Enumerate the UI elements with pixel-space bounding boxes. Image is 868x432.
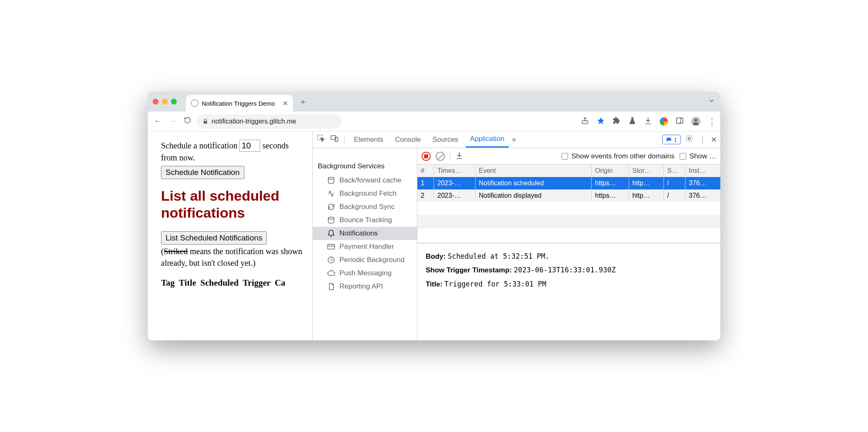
application-sidebar: Background Services Back/forward cache B… (313, 148, 417, 340)
event-details: Body: Scheduled at 5:32:51 PM. Show Trig… (417, 244, 720, 297)
labs-icon[interactable] (628, 116, 636, 126)
download-events-icon[interactable] (455, 151, 463, 161)
table-row[interactable]: 1 2023-… Notification scheduled https… h… (417, 177, 720, 189)
globe-icon (191, 100, 198, 107)
detail-title-value: Triggered for 5:33:01 PM (444, 280, 546, 288)
panel-toolbar: Show events from other domains Show … (417, 148, 720, 165)
detail-ts-value: 2023-06-13T16:33:01.930Z (514, 266, 616, 274)
devtools-menu-icon[interactable]: ⋮ (697, 135, 707, 145)
close-window-button[interactable] (153, 99, 158, 104)
tab-sources[interactable]: Sources (428, 132, 462, 147)
more-tabs-icon[interactable]: » (512, 135, 516, 144)
show-other-domains-checkbox[interactable]: Show events from other domains (561, 152, 675, 160)
issues-badge[interactable]: 1 (662, 135, 681, 144)
note-text: (Striked means the notification was show… (161, 245, 306, 269)
schedule-text: Schedule a notification seconds from now… (161, 140, 306, 163)
sidebar-item-bfcache[interactable]: Back/forward cache (313, 174, 417, 187)
svg-point-8 (328, 177, 334, 180)
detail-body-value: Scheduled at 5:32:51 PM. (448, 252, 550, 260)
tab-application[interactable]: Application (466, 131, 509, 148)
page-heading: List all scheduled notifications (161, 187, 306, 221)
record-button[interactable] (422, 152, 431, 161)
sidebar-item-reporting[interactable]: Reporting API (313, 280, 417, 293)
back-button[interactable]: ← (152, 117, 163, 126)
sidebar-item-periodic[interactable]: Periodic Background (313, 253, 417, 267)
sidebar-item-bgfetch[interactable]: Background Fetch (313, 187, 417, 200)
extensions-icon[interactable] (612, 116, 621, 126)
toolbar: ← → notification-triggers.glitch.me ⋮ (148, 112, 720, 131)
close-tab-button[interactable]: ✕ (283, 100, 288, 107)
detail-title-label: Title: (426, 280, 442, 288)
empty-rows (417, 202, 720, 243)
tab-console[interactable]: Console (391, 132, 425, 147)
tab-elements[interactable]: Elements (350, 132, 388, 147)
events-table: # Times… Event Origin Stor… S… Inst… 1 2… (417, 165, 720, 244)
clear-button[interactable] (436, 152, 445, 161)
browser-window: Notification Triggers Demo ✕ ＋ ← → notif… (148, 92, 720, 340)
tabs-chevron-icon[interactable] (708, 97, 715, 106)
table-header-row: # Times… Event Origin Stor… S… Inst… (417, 165, 720, 177)
svg-rect-1 (677, 118, 683, 123)
window-controls (153, 99, 177, 104)
svg-point-7 (688, 138, 690, 140)
devtools-tabbar: Elements Console Sources Application » 1… (313, 131, 720, 148)
sidebar-item-push[interactable]: Push Messaging (313, 267, 417, 280)
sidebar-item-payment[interactable]: Payment Handler (313, 240, 417, 253)
tab-bar: Notification Triggers Demo ✕ ＋ (148, 92, 720, 112)
list-notifications-button[interactable]: List Scheduled Notifications (161, 231, 267, 245)
inspect-icon[interactable] (316, 134, 326, 145)
table-header: Tag Title Scheduled Trigger Ca (161, 278, 306, 288)
bookmark-star-icon[interactable] (597, 116, 605, 126)
show-extra-checkbox[interactable]: Show … (680, 152, 716, 160)
sidebar-header: Background Services (313, 162, 417, 174)
browser-tab[interactable]: Notification Triggers Demo ✕ (186, 95, 293, 112)
download-icon[interactable] (644, 116, 652, 126)
svg-rect-10 (328, 244, 335, 249)
minimize-window-button[interactable] (162, 99, 168, 104)
share-icon[interactable] (581, 116, 589, 126)
detail-body-label: Body: (426, 252, 446, 260)
sidebar-item-notifications[interactable]: Notifications (313, 227, 417, 240)
page-content: Schedule a notification seconds from now… (148, 131, 313, 340)
kebab-menu-icon[interactable]: ⋮ (708, 116, 716, 126)
sidebar-item-bounce[interactable]: Bounce Tracking (313, 214, 417, 227)
seconds-input[interactable] (239, 140, 260, 152)
notifications-panel: Show events from other domains Show … # … (417, 148, 720, 340)
close-devtools-button[interactable]: ✕ (711, 135, 717, 144)
detail-ts-label: Show Trigger Timestamp: (426, 266, 512, 274)
sidepanel-icon[interactable] (675, 116, 684, 126)
address-bar[interactable]: notification-triggers.glitch.me (197, 114, 342, 129)
forward-button[interactable]: → (167, 117, 178, 126)
svg-point-9 (328, 217, 334, 219)
settings-gear-icon[interactable] (684, 134, 694, 145)
svg-point-3 (695, 119, 697, 121)
toolbar-actions: ⋮ (581, 116, 716, 126)
devtools-panel: Elements Console Sources Application » 1… (313, 131, 720, 340)
url-text: notification-triggers.glitch.me (212, 118, 296, 125)
new-tab-button[interactable]: ＋ (299, 96, 307, 107)
sidebar-item-bgsync[interactable]: Background Sync (313, 200, 417, 214)
device-toggle-icon[interactable] (329, 134, 339, 145)
tab-title: Notification Triggers Demo (202, 100, 275, 107)
profile-avatar[interactable] (691, 117, 700, 126)
maximize-window-button[interactable] (171, 99, 177, 104)
schedule-notification-button[interactable]: Schedule Notification (161, 166, 244, 179)
lock-icon (202, 119, 208, 124)
google-account-icon[interactable] (660, 117, 668, 126)
reload-button[interactable] (182, 116, 193, 126)
table-row[interactable]: 2 2023-… Notification displayed https… h… (417, 189, 720, 202)
